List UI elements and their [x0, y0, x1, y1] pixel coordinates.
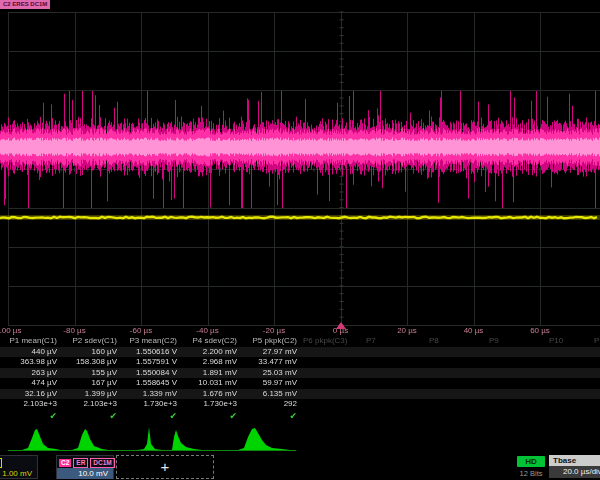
measurement-value: 1.399 µV	[60, 389, 120, 400]
waveform-grid-canvas[interactable]	[0, 0, 600, 336]
time-axis-label: -20 µs	[263, 326, 285, 335]
measurement-header[interactable]: P5 pkpk(C2)	[240, 336, 300, 347]
time-axis-label: -40 µs	[196, 326, 218, 335]
time-axis-label: 60 µs	[530, 326, 550, 335]
measurement-header-disabled[interactable]: P9	[486, 336, 546, 347]
measurement-value: 1.557591 V	[120, 357, 180, 368]
measurement-value: 363.98 µV	[0, 357, 60, 368]
measurement-value-row: 2.103e+32.103e+31.730e+31.730e+3292	[0, 399, 600, 410]
histicon-histogram	[172, 430, 202, 450]
measurement-value-row: 363.98 µV158.308 µV1.557591 V2.968 mV33.…	[0, 357, 600, 368]
bottom-bar: C1 DC1M 1.00 mV C2 ER DC1M 10.0 mV + HD …	[0, 454, 600, 480]
oscilloscope-screen: { "trace_label": "C2 ERES DC1M", "colors…	[0, 0, 600, 480]
channel-c1-descriptor[interactable]: C1 DC1M 1.00 mV	[0, 455, 38, 479]
measurement-value: 440 µV	[0, 347, 60, 358]
measurement-header-row: P1 mean(C1)P2 sdev(C1)P3 mean(C2)P4 sdev…	[0, 336, 600, 347]
histicon-histogram	[22, 429, 60, 450]
trigger-position-marker[interactable]	[336, 322, 346, 329]
measurement-value: 1.558645 V	[120, 378, 180, 389]
measurement-header-disabled[interactable]: P6 pkpk(C3)	[300, 336, 360, 347]
measurement-status-row: ✔✔✔✔✔	[0, 410, 600, 422]
time-axis-label: -60 µs	[130, 326, 152, 335]
status-check-icon: ✔	[120, 410, 180, 422]
trace-annotation-badge: C2 ERES DC1M	[0, 0, 50, 9]
time-axis-label: -80 µs	[63, 326, 85, 335]
status-check-icon: ✔	[60, 410, 120, 422]
timebase-descriptor[interactable]: Tbase 20.0 µs/div	[549, 455, 600, 479]
measurement-header-disabled[interactable]: P8	[426, 336, 486, 347]
measurement-value: 1.676 mV	[180, 389, 240, 400]
histicon-strip	[0, 422, 300, 452]
measurement-value: 263 µV	[0, 368, 60, 379]
measurement-value: 292	[240, 399, 300, 410]
measurement-header-disabled[interactable]: P7	[363, 336, 423, 347]
measurement-value: 1.730e+3	[180, 399, 240, 410]
measurement-value: 10.031 mV	[180, 378, 240, 389]
measurement-value: 6.135 mV	[240, 389, 300, 400]
measurement-value: 1.550616 V	[120, 347, 180, 358]
measurement-value: 167 µV	[60, 378, 120, 389]
c2-badge: C2	[59, 459, 71, 467]
measurement-value-row: 263 µV155 µV1.550084 V1.891 mV25.03 mV	[0, 368, 600, 379]
c1-coupling-badge: DC1M	[0, 458, 2, 468]
measurement-header[interactable]: P1 mean(C1)	[0, 336, 60, 347]
measurement-value: 1.339 mV	[120, 389, 180, 400]
measurement-value: 158.308 µV	[60, 357, 120, 368]
status-check-icon: ✔	[0, 410, 60, 422]
histicon-histogram	[238, 428, 290, 450]
measurement-value: 1.891 mV	[180, 368, 240, 379]
measurement-header-disabled[interactable]: P1	[591, 336, 600, 347]
hd-bits-label: 12 Bits	[514, 469, 548, 478]
time-axis-label: -100 µs	[0, 326, 21, 335]
measurement-value: 155 µV	[60, 368, 120, 379]
measurement-header[interactable]: P4 sdev(C2)	[180, 336, 240, 347]
c2-coupling-badge: DC1M	[90, 458, 114, 468]
measurement-value: 2.200 mV	[180, 347, 240, 358]
c2-eres-badge: ER	[73, 458, 88, 468]
time-axis-label: 20 µs	[397, 326, 417, 335]
status-check-icon: ✔	[240, 410, 300, 422]
channel-c2-descriptor[interactable]: C2 ER DC1M 10.0 mV	[56, 455, 114, 479]
add-trace-button[interactable]: +	[116, 455, 214, 479]
c1-vdiv: 1.00 mV	[0, 468, 37, 479]
measurement-value: 474 µV	[0, 378, 60, 389]
measurement-value: 1.550084 V	[120, 368, 180, 379]
measurement-table: P1 mean(C1)P2 sdev(C1)P3 mean(C2)P4 sdev…	[0, 336, 600, 422]
measurement-header[interactable]: P3 mean(C2)	[120, 336, 180, 347]
measurement-value-row: 440 µV160 µV1.550616 V2.200 mV27.97 mV	[0, 347, 600, 358]
measurement-value: 160 µV	[60, 347, 120, 358]
measurement-value: 32.16 µV	[0, 389, 60, 400]
measurement-value: 33.477 mV	[240, 357, 300, 368]
measurement-header[interactable]: P2 sdev(C1)	[60, 336, 120, 347]
measurement-value: 25.03 mV	[240, 368, 300, 379]
histicon-histogram	[72, 429, 108, 450]
measurement-value: 2.968 mV	[180, 357, 240, 368]
measurement-value-row: 474 µV167 µV1.558645 V10.031 mV59.97 mV	[0, 378, 600, 389]
time-axis-label: 40 µs	[464, 326, 484, 335]
tbase-title: Tbase	[549, 455, 600, 466]
measurement-value: 1.730e+3	[120, 399, 180, 410]
hd-mode-badge: HD	[517, 456, 545, 467]
status-check-icon: ✔	[180, 410, 240, 422]
measurement-value-row: 32.16 µV1.399 µV1.339 mV1.676 mV6.135 mV	[0, 389, 600, 400]
measurement-value: 2.103e+3	[60, 399, 120, 410]
histicon-histogram	[138, 427, 162, 450]
tbase-value: 20.0 µs/div	[549, 466, 600, 478]
measurement-value: 27.97 mV	[240, 347, 300, 358]
measurement-value: 2.103e+3	[0, 399, 60, 410]
c2-vdiv: 10.0 mV	[57, 468, 113, 479]
measurement-value: 59.97 mV	[240, 378, 300, 389]
